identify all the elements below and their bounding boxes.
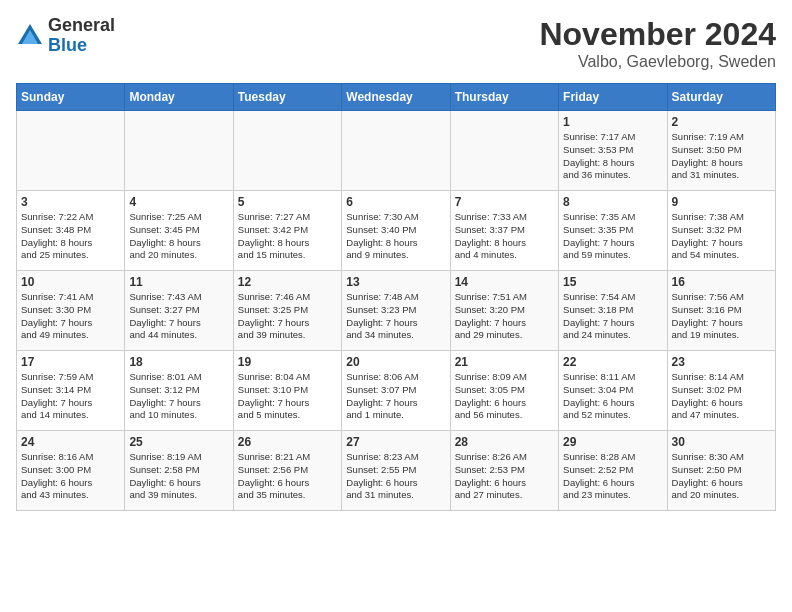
calendar-week-2: 3Sunrise: 7:22 AM Sunset: 3:48 PM Daylig… xyxy=(17,191,776,271)
day-info: Sunrise: 7:17 AM Sunset: 3:53 PM Dayligh… xyxy=(563,131,662,182)
calendar-cell: 26Sunrise: 8:21 AM Sunset: 2:56 PM Dayli… xyxy=(233,431,341,511)
calendar-cell: 6Sunrise: 7:30 AM Sunset: 3:40 PM Daylig… xyxy=(342,191,450,271)
day-number: 21 xyxy=(455,355,554,369)
day-info: Sunrise: 7:41 AM Sunset: 3:30 PM Dayligh… xyxy=(21,291,120,342)
day-info: Sunrise: 7:30 AM Sunset: 3:40 PM Dayligh… xyxy=(346,211,445,262)
day-number: 8 xyxy=(563,195,662,209)
calendar-cell: 28Sunrise: 8:26 AM Sunset: 2:53 PM Dayli… xyxy=(450,431,558,511)
calendar-cell xyxy=(17,111,125,191)
calendar-cell: 30Sunrise: 8:30 AM Sunset: 2:50 PM Dayli… xyxy=(667,431,775,511)
day-info: Sunrise: 8:28 AM Sunset: 2:52 PM Dayligh… xyxy=(563,451,662,502)
day-info: Sunrise: 8:19 AM Sunset: 2:58 PM Dayligh… xyxy=(129,451,228,502)
day-header-friday: Friday xyxy=(559,84,667,111)
calendar-cell: 3Sunrise: 7:22 AM Sunset: 3:48 PM Daylig… xyxy=(17,191,125,271)
calendar-cell: 21Sunrise: 8:09 AM Sunset: 3:05 PM Dayli… xyxy=(450,351,558,431)
calendar-cell: 17Sunrise: 7:59 AM Sunset: 3:14 PM Dayli… xyxy=(17,351,125,431)
day-info: Sunrise: 7:54 AM Sunset: 3:18 PM Dayligh… xyxy=(563,291,662,342)
day-info: Sunrise: 7:48 AM Sunset: 3:23 PM Dayligh… xyxy=(346,291,445,342)
calendar-week-3: 10Sunrise: 7:41 AM Sunset: 3:30 PM Dayli… xyxy=(17,271,776,351)
day-info: Sunrise: 8:21 AM Sunset: 2:56 PM Dayligh… xyxy=(238,451,337,502)
day-number: 25 xyxy=(129,435,228,449)
day-header-monday: Monday xyxy=(125,84,233,111)
month-title: November 2024 xyxy=(539,16,776,53)
calendar-body: 1Sunrise: 7:17 AM Sunset: 3:53 PM Daylig… xyxy=(17,111,776,511)
logo-icon xyxy=(16,22,44,50)
day-number: 16 xyxy=(672,275,771,289)
calendar-cell: 7Sunrise: 7:33 AM Sunset: 3:37 PM Daylig… xyxy=(450,191,558,271)
logo-text: General Blue xyxy=(48,16,115,56)
calendar-cell: 15Sunrise: 7:54 AM Sunset: 3:18 PM Dayli… xyxy=(559,271,667,351)
day-number: 3 xyxy=(21,195,120,209)
day-number: 4 xyxy=(129,195,228,209)
day-number: 28 xyxy=(455,435,554,449)
day-info: Sunrise: 7:59 AM Sunset: 3:14 PM Dayligh… xyxy=(21,371,120,422)
day-info: Sunrise: 7:38 AM Sunset: 3:32 PM Dayligh… xyxy=(672,211,771,262)
day-number: 29 xyxy=(563,435,662,449)
title-block: November 2024 Valbo, Gaevleborg, Sweden xyxy=(539,16,776,71)
calendar-table: SundayMondayTuesdayWednesdayThursdayFrid… xyxy=(16,83,776,511)
calendar-cell xyxy=(450,111,558,191)
day-number: 18 xyxy=(129,355,228,369)
day-number: 7 xyxy=(455,195,554,209)
calendar-cell xyxy=(233,111,341,191)
calendar-cell: 11Sunrise: 7:43 AM Sunset: 3:27 PM Dayli… xyxy=(125,271,233,351)
calendar-cell: 5Sunrise: 7:27 AM Sunset: 3:42 PM Daylig… xyxy=(233,191,341,271)
day-number: 2 xyxy=(672,115,771,129)
location: Valbo, Gaevleborg, Sweden xyxy=(539,53,776,71)
day-number: 14 xyxy=(455,275,554,289)
day-number: 5 xyxy=(238,195,337,209)
day-info: Sunrise: 8:23 AM Sunset: 2:55 PM Dayligh… xyxy=(346,451,445,502)
day-info: Sunrise: 8:30 AM Sunset: 2:50 PM Dayligh… xyxy=(672,451,771,502)
calendar-cell: 25Sunrise: 8:19 AM Sunset: 2:58 PM Dayli… xyxy=(125,431,233,511)
day-number: 22 xyxy=(563,355,662,369)
day-number: 13 xyxy=(346,275,445,289)
calendar-cell: 24Sunrise: 8:16 AM Sunset: 3:00 PM Dayli… xyxy=(17,431,125,511)
day-header-thursday: Thursday xyxy=(450,84,558,111)
calendar-cell: 19Sunrise: 8:04 AM Sunset: 3:10 PM Dayli… xyxy=(233,351,341,431)
calendar-week-5: 24Sunrise: 8:16 AM Sunset: 3:00 PM Dayli… xyxy=(17,431,776,511)
day-number: 26 xyxy=(238,435,337,449)
calendar-cell xyxy=(125,111,233,191)
calendar-cell: 27Sunrise: 8:23 AM Sunset: 2:55 PM Dayli… xyxy=(342,431,450,511)
calendar-cell: 13Sunrise: 7:48 AM Sunset: 3:23 PM Dayli… xyxy=(342,271,450,351)
day-number: 23 xyxy=(672,355,771,369)
calendar-cell: 18Sunrise: 8:01 AM Sunset: 3:12 PM Dayli… xyxy=(125,351,233,431)
day-info: Sunrise: 7:46 AM Sunset: 3:25 PM Dayligh… xyxy=(238,291,337,342)
day-info: Sunrise: 8:09 AM Sunset: 3:05 PM Dayligh… xyxy=(455,371,554,422)
day-info: Sunrise: 8:26 AM Sunset: 2:53 PM Dayligh… xyxy=(455,451,554,502)
day-info: Sunrise: 8:06 AM Sunset: 3:07 PM Dayligh… xyxy=(346,371,445,422)
calendar-cell: 23Sunrise: 8:14 AM Sunset: 3:02 PM Dayli… xyxy=(667,351,775,431)
day-info: Sunrise: 7:51 AM Sunset: 3:20 PM Dayligh… xyxy=(455,291,554,342)
day-number: 17 xyxy=(21,355,120,369)
logo-general: General xyxy=(48,15,115,35)
day-info: Sunrise: 7:19 AM Sunset: 3:50 PM Dayligh… xyxy=(672,131,771,182)
calendar-cell: 12Sunrise: 7:46 AM Sunset: 3:25 PM Dayli… xyxy=(233,271,341,351)
calendar-cell: 4Sunrise: 7:25 AM Sunset: 3:45 PM Daylig… xyxy=(125,191,233,271)
day-header-saturday: Saturday xyxy=(667,84,775,111)
calendar-cell: 16Sunrise: 7:56 AM Sunset: 3:16 PM Dayli… xyxy=(667,271,775,351)
day-header-wednesday: Wednesday xyxy=(342,84,450,111)
page-header: General Blue November 2024 Valbo, Gaevle… xyxy=(16,16,776,71)
day-info: Sunrise: 8:04 AM Sunset: 3:10 PM Dayligh… xyxy=(238,371,337,422)
calendar-week-4: 17Sunrise: 7:59 AM Sunset: 3:14 PM Dayli… xyxy=(17,351,776,431)
day-info: Sunrise: 8:01 AM Sunset: 3:12 PM Dayligh… xyxy=(129,371,228,422)
logo: General Blue xyxy=(16,16,115,56)
day-header-sunday: Sunday xyxy=(17,84,125,111)
day-info: Sunrise: 8:11 AM Sunset: 3:04 PM Dayligh… xyxy=(563,371,662,422)
calendar-cell: 2Sunrise: 7:19 AM Sunset: 3:50 PM Daylig… xyxy=(667,111,775,191)
day-info: Sunrise: 7:27 AM Sunset: 3:42 PM Dayligh… xyxy=(238,211,337,262)
calendar-cell: 14Sunrise: 7:51 AM Sunset: 3:20 PM Dayli… xyxy=(450,271,558,351)
day-number: 19 xyxy=(238,355,337,369)
calendar-cell: 1Sunrise: 7:17 AM Sunset: 3:53 PM Daylig… xyxy=(559,111,667,191)
day-info: Sunrise: 8:16 AM Sunset: 3:00 PM Dayligh… xyxy=(21,451,120,502)
calendar-week-1: 1Sunrise: 7:17 AM Sunset: 3:53 PM Daylig… xyxy=(17,111,776,191)
day-info: Sunrise: 7:33 AM Sunset: 3:37 PM Dayligh… xyxy=(455,211,554,262)
calendar-cell: 20Sunrise: 8:06 AM Sunset: 3:07 PM Dayli… xyxy=(342,351,450,431)
calendar-cell xyxy=(342,111,450,191)
day-number: 1 xyxy=(563,115,662,129)
day-number: 15 xyxy=(563,275,662,289)
day-number: 10 xyxy=(21,275,120,289)
day-info: Sunrise: 8:14 AM Sunset: 3:02 PM Dayligh… xyxy=(672,371,771,422)
calendar-header: SundayMondayTuesdayWednesdayThursdayFrid… xyxy=(17,84,776,111)
day-number: 9 xyxy=(672,195,771,209)
